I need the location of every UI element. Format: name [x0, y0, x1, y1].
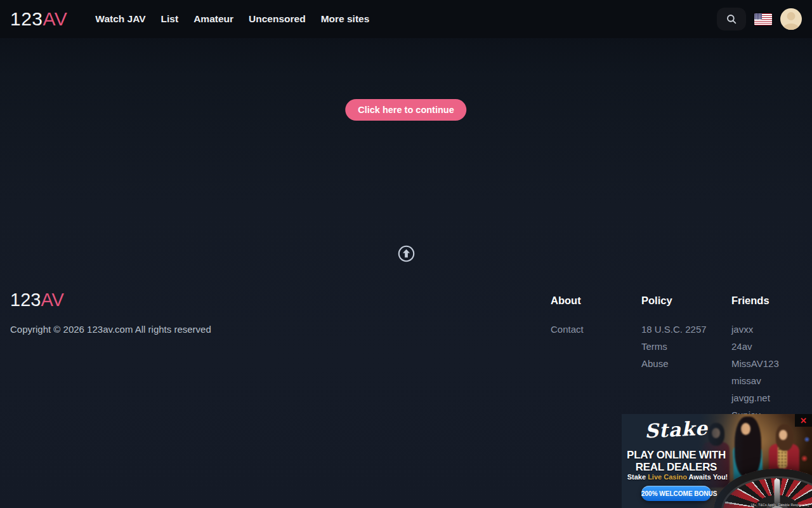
close-icon: ✕: [800, 416, 807, 425]
main-nav: Watch JAV List Amateur Uncensored More s…: [95, 10, 369, 29]
ad-sub-highlight: Live Casino: [648, 473, 687, 481]
footer-link-terms[interactable]: Terms: [641, 342, 707, 352]
ad-subline: Stake Live Casino Awaits You!: [622, 473, 733, 481]
scroll-top-button[interactable]: [397, 244, 415, 262]
ad-headline: PLAY ONLINE WITH REAL DEALERS: [622, 449, 731, 473]
ad-disclaimer: 18+, T&Cs Apply, Gamble Responsibly: [750, 503, 809, 507]
footer-logo[interactable]: 123AV: [10, 290, 64, 311]
footer-link-contact[interactable]: Contact: [551, 324, 584, 335]
footer-heading-policy: Policy: [641, 293, 707, 307]
ad-headline-line1: PLAY ONLINE WITH: [622, 449, 731, 461]
footer-link-missav123[interactable]: MissAV123: [731, 359, 779, 369]
search-button[interactable]: [717, 8, 746, 30]
nav-item-watch-jav[interactable]: Watch JAV: [95, 10, 145, 29]
ad-sub-post: Awaits You!: [687, 473, 728, 481]
ad-headline-line2: REAL DEALERS: [622, 461, 731, 473]
footer-link-abuse[interactable]: Abuse: [641, 359, 707, 369]
navbar: 123AV Watch JAV List Amateur Uncensored …: [0, 0, 812, 38]
ad-sub-pre: Stake: [627, 473, 648, 481]
site-logo[interactable]: 123AV: [10, 8, 67, 30]
nav-item-more-sites[interactable]: More sites: [321, 10, 370, 29]
us-flag-icon[interactable]: [754, 13, 772, 25]
nav-item-uncensored[interactable]: Uncensored: [249, 10, 306, 29]
ad-bonus-button[interactable]: 200% WELCOME BONUS: [641, 486, 711, 501]
footer-column-policy: Policy 18 U.S.C. 2257 Terms Abuse: [641, 293, 707, 376]
footer-link-javxx[interactable]: javxx: [731, 324, 779, 335]
logo-av: AV: [43, 8, 68, 29]
footer-column-about: About Contact: [551, 293, 584, 342]
footer-logo-123: 123: [10, 290, 41, 310]
footer-column-friends: Friends javxx 24av MissAV123 missav javg…: [731, 293, 779, 427]
copyright-text: Copyright © 2026 123av.com All rights re…: [10, 324, 211, 335]
continue-button[interactable]: Click here to continue: [345, 99, 466, 121]
ad-banner[interactable]: Stake PLAY ONLINE WITH REAL DEALERS Stak…: [622, 414, 812, 508]
footer-link-24av[interactable]: 24av: [731, 342, 779, 352]
footer-heading-about: About: [551, 293, 584, 307]
footer-logo-av: AV: [41, 290, 64, 310]
footer-link-2257[interactable]: 18 U.S.C. 2257: [641, 324, 707, 335]
nav-item-amateur[interactable]: Amateur: [193, 10, 233, 29]
avatar[interactable]: [780, 8, 802, 30]
footer-link-javgg[interactable]: javgg.net: [731, 393, 779, 403]
footer-heading-friends: Friends: [731, 293, 779, 307]
arrow-up-circle-icon: [398, 245, 415, 262]
nav-item-list[interactable]: List: [161, 10, 179, 29]
ad-close-button[interactable]: ✕: [795, 414, 812, 427]
logo-123: 123: [10, 8, 43, 29]
search-icon: [726, 13, 737, 25]
navbar-right: [717, 8, 802, 30]
footer-link-missav[interactable]: missav: [731, 376, 779, 386]
